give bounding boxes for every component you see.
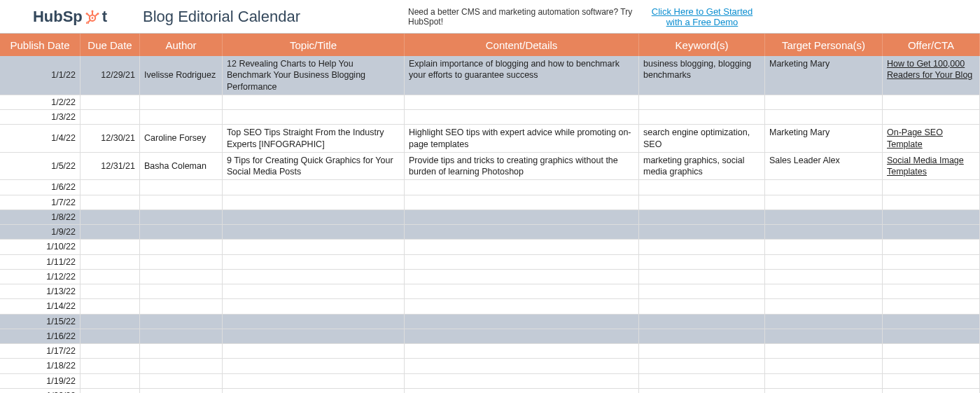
cell-topic[interactable] — [223, 374, 405, 388]
cell-publish[interactable]: 1/14/22 — [0, 299, 80, 313]
cell-offer[interactable]: On-Page SEO Template — [883, 125, 980, 152]
table-row[interactable]: 1/20/22 — [0, 389, 980, 393]
cell-content[interactable] — [405, 389, 639, 393]
cell-publish[interactable]: 1/5/22 — [0, 153, 80, 180]
cell-keywords[interactable] — [639, 270, 765, 284]
table-row[interactable]: 1/16/22 — [0, 329, 980, 344]
cell-publish[interactable]: 1/4/22 — [0, 125, 80, 152]
cell-publish[interactable]: 1/19/22 — [0, 374, 80, 388]
offer-link[interactable]: On-Page SEO Template — [887, 127, 975, 150]
cell-keywords[interactable] — [639, 210, 765, 224]
cell-due[interactable] — [80, 359, 140, 373]
cell-content[interactable] — [405, 299, 639, 313]
table-row[interactable]: 1/1/2212/29/21Ivelisse Rodriguez12 Revea… — [0, 56, 980, 95]
cell-author[interactable] — [140, 225, 223, 239]
cell-publish[interactable]: 1/2/22 — [0, 95, 80, 109]
cell-content[interactable] — [405, 284, 639, 298]
table-row[interactable]: 1/14/22 — [0, 299, 980, 314]
cell-persona[interactable] — [765, 315, 883, 329]
cell-topic[interactable] — [223, 195, 405, 209]
cell-due[interactable] — [80, 110, 140, 124]
cell-content[interactable] — [405, 374, 639, 388]
cell-due[interactable]: 12/29/21 — [80, 56, 140, 95]
cell-keywords[interactable] — [639, 110, 765, 124]
cell-offer[interactable]: Social Media Image Templates — [883, 153, 980, 180]
cell-author[interactable] — [140, 240, 223, 254]
cell-content[interactable] — [405, 195, 639, 209]
cell-keywords[interactable]: business blogging, blogging benchmarks — [639, 56, 765, 95]
cell-persona[interactable] — [765, 240, 883, 254]
cell-due[interactable] — [80, 315, 140, 329]
cell-due[interactable] — [80, 374, 140, 388]
cell-content[interactable] — [405, 329, 639, 343]
cell-persona[interactable] — [765, 270, 883, 284]
cell-topic[interactable] — [223, 270, 405, 284]
cell-due[interactable] — [80, 95, 140, 109]
cell-content[interactable] — [405, 180, 639, 194]
cell-due[interactable]: 12/31/21 — [80, 153, 140, 180]
cell-offer[interactable] — [883, 180, 980, 194]
offer-link[interactable]: Social Media Image Templates — [887, 155, 975, 178]
cell-author[interactable] — [140, 374, 223, 388]
cell-persona[interactable] — [765, 329, 883, 343]
cell-due[interactable] — [80, 299, 140, 313]
cell-offer[interactable] — [883, 225, 980, 239]
cell-content[interactable]: Provide tips and tricks to creating grap… — [405, 153, 639, 180]
cell-author[interactable] — [140, 284, 223, 298]
cell-author[interactable] — [140, 359, 223, 373]
table-row[interactable]: 1/4/2212/30/21Caroline ForseyTop SEO Tip… — [0, 125, 980, 153]
cell-publish[interactable]: 1/1/22 — [0, 56, 80, 95]
cell-publish[interactable]: 1/10/22 — [0, 240, 80, 254]
cell-persona[interactable] — [765, 195, 883, 209]
cell-keywords[interactable] — [639, 299, 765, 313]
cell-topic[interactable] — [223, 359, 405, 373]
cell-author[interactable] — [140, 110, 223, 124]
cell-offer[interactable] — [883, 284, 980, 298]
cell-keywords[interactable] — [639, 95, 765, 109]
cell-topic[interactable] — [223, 240, 405, 254]
cell-content[interactable] — [405, 110, 639, 124]
cell-content[interactable] — [405, 225, 639, 239]
cell-keywords[interactable] — [639, 329, 765, 343]
cell-persona[interactable] — [765, 359, 883, 373]
cell-author[interactable] — [140, 95, 223, 109]
cell-offer[interactable] — [883, 110, 980, 124]
cell-topic[interactable] — [223, 329, 405, 343]
cell-offer[interactable] — [883, 255, 980, 269]
cell-topic[interactable] — [223, 225, 405, 239]
cell-content[interactable] — [405, 95, 639, 109]
table-row[interactable]: 1/11/22 — [0, 255, 980, 270]
cell-author[interactable] — [140, 329, 223, 343]
cell-author[interactable] — [140, 344, 223, 358]
cell-content[interactable] — [405, 270, 639, 284]
cell-content[interactable]: Explain importance of blogging and how t… — [405, 56, 639, 95]
cell-publish[interactable]: 1/20/22 — [0, 389, 80, 393]
cell-keywords[interactable]: search engine optimization, SEO — [639, 125, 765, 152]
cell-due[interactable]: 12/30/21 — [80, 125, 140, 152]
cell-keywords[interactable] — [639, 389, 765, 393]
cell-publish[interactable]: 1/3/22 — [0, 110, 80, 124]
cell-keywords[interactable] — [639, 315, 765, 329]
cell-offer[interactable] — [883, 344, 980, 358]
table-row[interactable]: 1/3/22 — [0, 110, 980, 125]
cell-topic[interactable] — [223, 315, 405, 329]
offer-link[interactable]: How to Get 100,000 Readers for Your Blog — [887, 58, 975, 81]
cell-offer[interactable] — [883, 210, 980, 224]
cell-offer[interactable] — [883, 315, 980, 329]
cell-due[interactable] — [80, 270, 140, 284]
cell-due[interactable] — [80, 255, 140, 269]
cell-publish[interactable]: 1/12/22 — [0, 270, 80, 284]
cell-author[interactable] — [140, 255, 223, 269]
cell-content[interactable] — [405, 210, 639, 224]
cell-publish[interactable]: 1/13/22 — [0, 284, 80, 298]
cell-publish[interactable]: 1/7/22 — [0, 195, 80, 209]
cell-publish[interactable]: 1/17/22 — [0, 344, 80, 358]
cell-topic[interactable]: 12 Revealing Charts to Help You Benchmar… — [223, 56, 405, 95]
cell-topic[interactable]: Top SEO Tips Straight From the Industry … — [223, 125, 405, 152]
cell-keywords[interactable] — [639, 225, 765, 239]
cell-offer[interactable] — [883, 195, 980, 209]
cell-content[interactable] — [405, 240, 639, 254]
cell-offer[interactable]: How to Get 100,000 Readers for Your Blog — [883, 56, 980, 95]
cell-due[interactable] — [80, 389, 140, 393]
cell-due[interactable] — [80, 240, 140, 254]
